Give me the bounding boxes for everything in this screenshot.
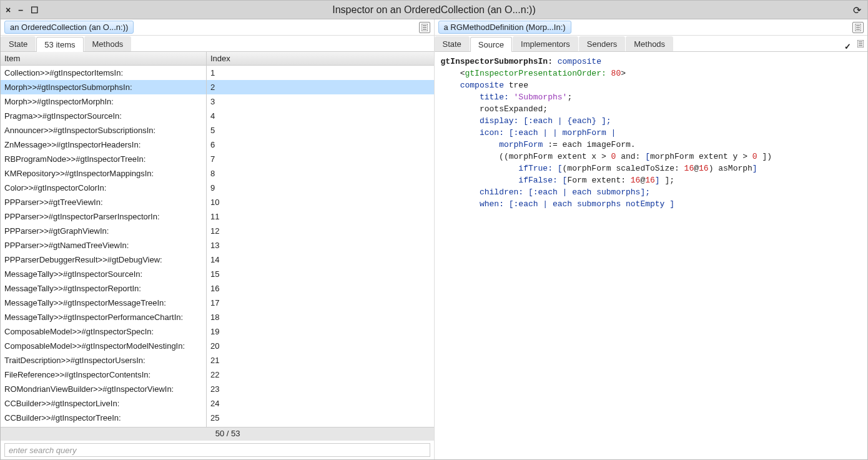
cell-item: ComposableModel>>#gtInspectorSpecIn: [1,324,207,339]
cell-index: 1 [207,66,434,80]
tab-source[interactable]: Source [470,37,512,52]
cell-item: Collection>>#gtInspectorItemsIn: [1,66,207,80]
tab-state[interactable]: State [1,36,36,51]
right-pane-header: a RGMethodDefinition (Morp...In:) [435,19,868,36]
cell-item: KMRepository>>#gtInspectorMappingsIn: [1,166,207,181]
items-table[interactable]: Collection>>#gtInspectorItemsIn:1Morph>>… [1,66,434,427]
cell-item: MessageTally>>#gtInspectorPerformanceCha… [1,310,207,324]
accept-icon[interactable]: ✓ [844,42,851,51]
cell-index: 13 [207,238,434,252]
table-row[interactable]: MessageTally>>#gtInspectorSourceIn:15 [1,267,434,281]
search-bar [1,441,434,459]
cell-index: 21 [207,353,434,368]
right-header-pill[interactable]: a RGMethodDefinition (Morp...In:) [438,21,571,34]
table-row[interactable]: ComposableModel>>#gtInspectorSpecIn:19 [1,324,434,339]
tab-implementors[interactable]: Implementors [513,36,578,51]
table-row[interactable]: KMRepository>>#gtInspectorMappingsIn:8 [1,166,434,181]
page-icon[interactable] [419,22,430,33]
table-row[interactable]: TraitDescription>>#gtInspectorUsersIn:21 [1,353,434,368]
table-row[interactable]: ComposableModel>>#gtInspectorModelNestin… [1,339,434,353]
cell-item: Morph>>#gtInspectorMorphIn: [1,94,207,109]
tab-state-r[interactable]: State [435,36,470,51]
left-tabs: State 53 items Methods [1,36,434,52]
table-row[interactable]: PPParserDebuggerResult>>#gtDebugView:14 [1,252,434,267]
cell-index: 8 [207,166,434,181]
close-icon[interactable]: × [6,5,11,15]
cell-index: 10 [207,195,434,209]
cell-index: 2 [207,80,434,94]
table-row[interactable]: Pragma>>#gtInspectorSourceIn:4 [1,109,434,123]
maximize-icon[interactable]: ☐ [31,5,39,15]
table-row[interactable]: PPParser>>#gtGraphViewIn:12 [1,224,434,238]
cell-index: 23 [207,382,434,396]
cell-item: Color>>#gtInspectorColorIn: [1,181,207,195]
window-titlebar: × – ☐ Inspector on an OrderedCollection … [1,1,867,19]
table-row[interactable]: PPParser>>#gtInspectorParserInspectorIn:… [1,209,434,224]
table-row[interactable]: ROMondrianViewBuilder>>#gtInspectorViewI… [1,382,434,396]
cell-item: CCBuilder>>#gtInspectorTreeIn: [1,411,207,425]
col-index-header[interactable]: Index [207,52,434,65]
col-item-header[interactable]: Item [1,52,207,65]
cell-item: Announcer>>#gtInspectorSubscriptionsIn: [1,123,207,138]
cell-item: MessageTally>>#gtInspectorSourceIn: [1,267,207,281]
cell-item: CCBuilder>>#gtInspectorLiveIn: [1,396,207,411]
right-tabs: State Source Implementors Senders Method… [435,36,868,52]
table-row[interactable]: Announcer>>#gtInspectorSubscriptionsIn:5 [1,123,434,138]
table-row[interactable]: CCBuilder>>#gtInspectorTreeIn:25 [1,411,434,425]
cell-index: 25 [207,411,434,425]
source-code[interactable]: gtInspectorSubmorphsIn: composite <gtIns… [435,52,868,459]
cell-item: PPParser>>#gtTreeViewIn: [1,195,207,209]
page-icon[interactable] [852,22,864,33]
minimize-icon[interactable]: – [18,5,23,15]
table-row[interactable]: MessageTally>>#gtInspectorReportIn:16 [1,281,434,296]
cell-index: 9 [207,181,434,195]
cell-item: Pragma>>#gtInspectorSourceIn: [1,109,207,123]
cell-item: MessageTally>>#gtInspectorMessageTreeIn: [1,296,207,310]
cell-item: ZnMessage>>#gtInspectorHeadersIn: [1,138,207,152]
table-row[interactable]: MessageTally>>#gtInspectorMessageTreeIn:… [1,296,434,310]
table-row[interactable]: Color>>#gtInspectorColorIn:9 [1,181,434,195]
cell-index: 24 [207,396,434,411]
table-row[interactable]: RBProgramNode>>#gtInspectorTreeIn:7 [1,152,434,166]
left-header-pill[interactable]: an OrderedCollection (an O...n:)) [4,21,134,34]
tab-methods-r[interactable]: Methods [626,36,673,51]
cell-item: ROMondrianViewBuilder>>#gtInspectorViewI… [1,382,207,396]
table-row[interactable]: PPParser>>#gtTreeViewIn:10 [1,195,434,209]
left-pane-header: an OrderedCollection (an O...n:)) [1,19,434,36]
window-title: Inspector on an OrderedCollection (an O.… [1,4,867,16]
search-input[interactable] [4,443,430,457]
cell-item: FileReference>>#gtInspectorContentsIn: [1,368,207,382]
cell-index: 18 [207,310,434,324]
cell-item: PPParser>>#gtGraphViewIn: [1,224,207,238]
cell-index: 12 [207,224,434,238]
cell-index: 5 [207,123,434,138]
table-row[interactable]: CCBuilder>>#gtInspectorLiveIn:24 [1,396,434,411]
tab-senders[interactable]: Senders [579,36,625,51]
cell-item: TraitDescription>>#gtInspectorUsersIn: [1,353,207,368]
source-menu-icon[interactable] [857,40,864,49]
right-pane: a RGMethodDefinition (Morp...In:) State … [435,19,868,459]
cell-index: 3 [207,94,434,109]
cell-index: 6 [207,138,434,152]
tab-items[interactable]: 53 items [36,37,83,52]
cell-index: 16 [207,281,434,296]
cell-index: 19 [207,324,434,339]
cell-index: 15 [207,267,434,281]
cell-item: ComposableModel>>#gtInspectorModelNestin… [1,339,207,353]
table-row[interactable]: Collection>>#gtInspectorItemsIn:1 [1,66,434,80]
table-row[interactable]: Morph>>#gtInspectorSubmorphsIn:2 [1,80,434,94]
table-row[interactable]: ZnMessage>>#gtInspectorHeadersIn:6 [1,138,434,152]
refresh-icon[interactable]: ⟳ [853,4,861,16]
table-row[interactable]: Morph>>#gtInspectorMorphIn:3 [1,94,434,109]
table-header: Item Index [1,52,434,66]
cell-index: 20 [207,339,434,353]
table-row[interactable]: PPParser>>#gtNamedTreeViewIn:13 [1,238,434,252]
cell-index: 17 [207,296,434,310]
cell-index: 7 [207,152,434,166]
left-pane: an OrderedCollection (an O...n:)) State … [1,19,435,459]
cell-item: Morph>>#gtInspectorSubmorphsIn: [1,80,207,94]
row-count: 50 / 53 [1,427,434,441]
tab-methods[interactable]: Methods [84,36,132,51]
table-row[interactable]: MessageTally>>#gtInspectorPerformanceCha… [1,310,434,324]
table-row[interactable]: FileReference>>#gtInspectorContentsIn:22 [1,368,434,382]
